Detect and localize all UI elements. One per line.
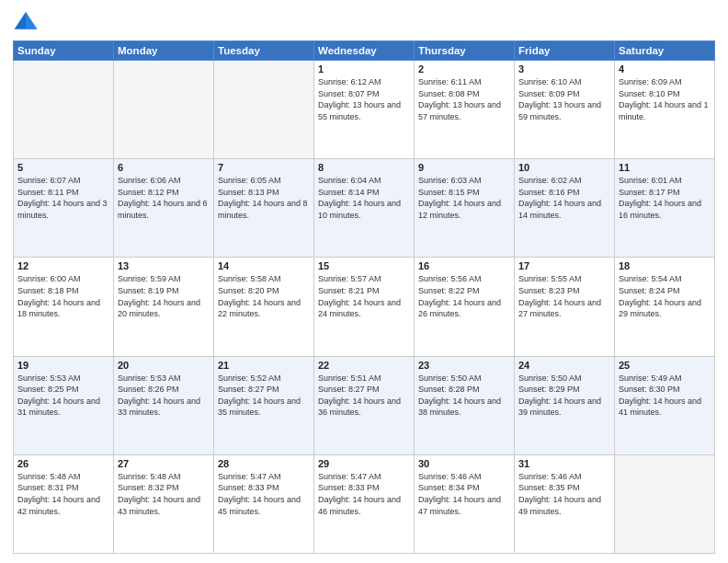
svg-marker-1 — [26, 12, 37, 29]
day-cell-9: 9Sunrise: 6:03 AMSunset: 8:15 PMDaylight… — [415, 159, 515, 258]
header — [13, 9, 715, 35]
logo-icon — [13, 9, 39, 35]
day-cell-11: 11Sunrise: 6:01 AMSunset: 8:17 PMDayligh… — [615, 159, 715, 258]
day-number: 26 — [17, 458, 109, 469]
day-number: 5 — [17, 162, 109, 173]
weekday-friday: Friday — [515, 41, 615, 61]
day-cell-26: 26Sunrise: 5:48 AMSunset: 8:31 PMDayligh… — [14, 454, 114, 553]
day-info: Sunrise: 5:47 AMSunset: 8:33 PMDaylight:… — [218, 471, 310, 517]
day-number: 24 — [518, 360, 610, 371]
day-cell-25: 25Sunrise: 5:49 AMSunset: 8:30 PMDayligh… — [615, 356, 715, 454]
day-info: Sunrise: 5:46 AMSunset: 8:35 PMDaylight:… — [518, 471, 610, 517]
day-number: 21 — [218, 360, 310, 371]
day-cell-4: 4Sunrise: 6:09 AMSunset: 8:10 PMDaylight… — [615, 61, 715, 159]
day-cell-31: 31Sunrise: 5:46 AMSunset: 8:35 PMDayligh… — [515, 454, 615, 553]
week-row-5: 26Sunrise: 5:48 AMSunset: 8:31 PMDayligh… — [14, 454, 715, 553]
day-info: Sunrise: 5:47 AMSunset: 8:33 PMDaylight:… — [318, 471, 410, 517]
weekday-sunday: Sunday — [14, 41, 114, 61]
day-number: 8 — [318, 162, 410, 173]
day-number: 27 — [118, 458, 210, 469]
day-number: 28 — [218, 458, 310, 469]
day-number: 6 — [118, 162, 210, 173]
day-info: Sunrise: 5:53 AMSunset: 8:26 PMDaylight:… — [118, 373, 210, 419]
day-cell-27: 27Sunrise: 5:48 AMSunset: 8:32 PMDayligh… — [114, 454, 214, 553]
weekday-header-row: SundayMondayTuesdayWednesdayThursdayFrid… — [14, 41, 715, 61]
day-info: Sunrise: 6:12 AMSunset: 8:07 PMDaylight:… — [318, 76, 410, 122]
day-info: Sunrise: 5:57 AMSunset: 8:21 PMDaylight:… — [318, 273, 410, 319]
day-number: 30 — [418, 458, 510, 469]
day-cell-29: 29Sunrise: 5:47 AMSunset: 8:33 PMDayligh… — [314, 454, 415, 553]
day-number: 2 — [418, 63, 510, 75]
day-info: Sunrise: 5:53 AMSunset: 8:25 PMDaylight:… — [17, 373, 109, 419]
day-number: 10 — [518, 162, 610, 173]
weekday-saturday: Saturday — [615, 41, 715, 61]
day-number: 14 — [218, 260, 310, 271]
day-number: 16 — [418, 260, 510, 271]
day-cell-18: 18Sunrise: 5:54 AMSunset: 8:24 PMDayligh… — [615, 258, 715, 356]
day-number: 18 — [619, 260, 711, 271]
empty-cell — [14, 61, 114, 159]
day-number: 11 — [619, 162, 711, 173]
day-cell-22: 22Sunrise: 5:51 AMSunset: 8:27 PMDayligh… — [314, 356, 415, 454]
day-cell-8: 8Sunrise: 6:04 AMSunset: 8:14 PMDaylight… — [314, 159, 415, 258]
day-cell-6: 6Sunrise: 6:06 AMSunset: 8:12 PMDaylight… — [114, 159, 214, 258]
day-cell-19: 19Sunrise: 5:53 AMSunset: 8:25 PMDayligh… — [14, 356, 114, 454]
weekday-tuesday: Tuesday — [214, 41, 314, 61]
calendar-table: SundayMondayTuesdayWednesdayThursdayFrid… — [13, 40, 715, 554]
day-cell-23: 23Sunrise: 5:50 AMSunset: 8:28 PMDayligh… — [415, 356, 515, 454]
day-cell-15: 15Sunrise: 5:57 AMSunset: 8:21 PMDayligh… — [314, 258, 415, 356]
day-number: 23 — [418, 360, 510, 371]
day-cell-13: 13Sunrise: 5:59 AMSunset: 8:19 PMDayligh… — [114, 258, 214, 356]
day-info: Sunrise: 5:54 AMSunset: 8:24 PMDaylight:… — [619, 273, 711, 319]
day-info: Sunrise: 5:49 AMSunset: 8:30 PMDaylight:… — [619, 373, 711, 419]
day-info: Sunrise: 6:04 AMSunset: 8:14 PMDaylight:… — [318, 175, 410, 221]
day-cell-10: 10Sunrise: 6:02 AMSunset: 8:16 PMDayligh… — [515, 159, 615, 258]
day-number: 20 — [118, 360, 210, 371]
weekday-thursday: Thursday — [415, 41, 515, 61]
day-cell-30: 30Sunrise: 5:46 AMSunset: 8:34 PMDayligh… — [415, 454, 515, 553]
day-info: Sunrise: 5:59 AMSunset: 8:19 PMDaylight:… — [118, 273, 210, 319]
day-info: Sunrise: 6:07 AMSunset: 8:11 PMDaylight:… — [17, 175, 109, 221]
day-info: Sunrise: 6:06 AMSunset: 8:12 PMDaylight:… — [118, 175, 210, 221]
day-number: 13 — [118, 260, 210, 271]
day-cell-28: 28Sunrise: 5:47 AMSunset: 8:33 PMDayligh… — [214, 454, 314, 553]
week-row-2: 5Sunrise: 6:07 AMSunset: 8:11 PMDaylight… — [14, 159, 715, 258]
logo — [13, 9, 42, 35]
week-row-1: 1Sunrise: 6:12 AMSunset: 8:07 PMDaylight… — [14, 61, 715, 159]
day-number: 19 — [17, 360, 109, 371]
day-info: Sunrise: 5:58 AMSunset: 8:20 PMDaylight:… — [218, 273, 310, 319]
day-cell-16: 16Sunrise: 5:56 AMSunset: 8:22 PMDayligh… — [415, 258, 515, 356]
day-number: 25 — [619, 360, 711, 371]
day-info: Sunrise: 6:11 AMSunset: 8:08 PMDaylight:… — [418, 76, 510, 122]
day-info: Sunrise: 6:05 AMSunset: 8:13 PMDaylight:… — [218, 175, 310, 221]
day-cell-7: 7Sunrise: 6:05 AMSunset: 8:13 PMDaylight… — [214, 159, 314, 258]
day-info: Sunrise: 6:10 AMSunset: 8:09 PMDaylight:… — [518, 76, 610, 122]
day-number: 7 — [218, 162, 310, 173]
week-row-4: 19Sunrise: 5:53 AMSunset: 8:25 PMDayligh… — [14, 356, 715, 454]
day-info: Sunrise: 5:46 AMSunset: 8:34 PMDaylight:… — [418, 471, 510, 517]
day-cell-17: 17Sunrise: 5:55 AMSunset: 8:23 PMDayligh… — [515, 258, 615, 356]
day-number: 1 — [318, 63, 410, 75]
day-info: Sunrise: 6:01 AMSunset: 8:17 PMDaylight:… — [619, 175, 711, 221]
day-cell-20: 20Sunrise: 5:53 AMSunset: 8:26 PMDayligh… — [114, 356, 214, 454]
day-number: 29 — [318, 458, 410, 469]
page: SundayMondayTuesdayWednesdayThursdayFrid… — [0, 0, 728, 563]
day-cell-14: 14Sunrise: 5:58 AMSunset: 8:20 PMDayligh… — [214, 258, 314, 356]
day-cell-2: 2Sunrise: 6:11 AMSunset: 8:08 PMDaylight… — [415, 61, 515, 159]
day-cell-24: 24Sunrise: 5:50 AMSunset: 8:29 PMDayligh… — [515, 356, 615, 454]
empty-cell — [214, 61, 314, 159]
day-number: 4 — [619, 63, 711, 75]
week-row-3: 12Sunrise: 6:00 AMSunset: 8:18 PMDayligh… — [14, 258, 715, 356]
day-cell-21: 21Sunrise: 5:52 AMSunset: 8:27 PMDayligh… — [214, 356, 314, 454]
day-info: Sunrise: 5:48 AMSunset: 8:32 PMDaylight:… — [118, 471, 210, 517]
day-info: Sunrise: 6:00 AMSunset: 8:18 PMDaylight:… — [17, 273, 109, 319]
day-info: Sunrise: 5:50 AMSunset: 8:29 PMDaylight:… — [518, 373, 610, 419]
day-cell-3: 3Sunrise: 6:10 AMSunset: 8:09 PMDaylight… — [515, 61, 615, 159]
weekday-monday: Monday — [114, 41, 214, 61]
day-number: 31 — [518, 458, 610, 469]
day-cell-1: 1Sunrise: 6:12 AMSunset: 8:07 PMDaylight… — [314, 61, 415, 159]
day-cell-12: 12Sunrise: 6:00 AMSunset: 8:18 PMDayligh… — [14, 258, 114, 356]
day-info: Sunrise: 6:09 AMSunset: 8:10 PMDaylight:… — [619, 76, 711, 122]
day-info: Sunrise: 5:51 AMSunset: 8:27 PMDaylight:… — [318, 373, 410, 419]
empty-cell — [114, 61, 214, 159]
